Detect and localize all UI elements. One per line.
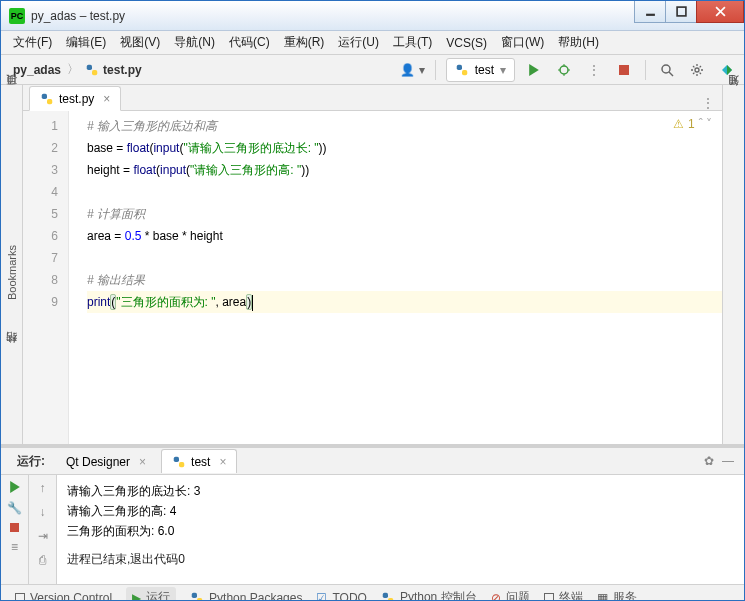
menu-window[interactable]: 窗口(W)	[501, 34, 544, 51]
menu-nav[interactable]: 导航(N)	[174, 34, 215, 51]
bookmarks-tool-button[interactable]: Bookmarks	[6, 239, 18, 306]
breadcrumb-sep: 〉	[67, 61, 79, 78]
python-file-icon	[40, 92, 54, 106]
minimize-button[interactable]	[634, 1, 666, 23]
close-icon[interactable]: ×	[219, 455, 226, 469]
svg-point-9	[560, 66, 568, 74]
layout-button[interactable]: ≡	[11, 540, 18, 554]
run-label: 运行:	[11, 453, 51, 470]
python-file-icon	[85, 63, 99, 77]
app-icon: PC	[9, 8, 25, 24]
svg-rect-1	[677, 7, 686, 16]
svg-point-14	[662, 65, 670, 73]
vc-tab[interactable]: Version Control	[15, 591, 112, 602]
python-icon	[190, 591, 204, 602]
menu-vcs[interactable]: VCS(S)	[446, 36, 487, 50]
services-tab[interactable]: ▦服务	[597, 589, 637, 601]
menu-edit[interactable]: 编辑(E)	[66, 34, 106, 51]
pyconsole-tab[interactable]: Python 控制台	[381, 589, 477, 601]
stop-button[interactable]	[10, 523, 19, 532]
debug-button[interactable]	[553, 59, 575, 81]
services-icon: ▦	[597, 591, 608, 602]
problems-tab[interactable]: ⊘问题	[491, 589, 530, 601]
svg-rect-26	[383, 592, 388, 597]
menu-code[interactable]: 代码(C)	[229, 34, 270, 51]
right-sidebar: 通知	[722, 85, 744, 444]
stop-button[interactable]	[613, 59, 635, 81]
run-button[interactable]	[523, 59, 545, 81]
line-gutter: 1▸23456789	[23, 111, 69, 444]
navigation-bar: py_adas 〉 test.py 👤 ▾ test ▾ ⋮	[1, 55, 744, 85]
menu-view[interactable]: 视图(V)	[120, 34, 160, 51]
user-dropdown[interactable]: 👤 ▾	[400, 63, 424, 77]
run-tab-qtdesigner[interactable]: Qt Designer×	[55, 449, 157, 473]
bottom-toolbar: Version Control ▶运行 Python Packages ☑TOD…	[1, 584, 744, 601]
window-title: py_adas – test.py	[31, 9, 635, 23]
svg-marker-18	[727, 65, 732, 75]
menu-tools[interactable]: 工具(T)	[393, 34, 432, 51]
breadcrumb-project[interactable]: py_adas	[13, 63, 61, 77]
close-button[interactable]	[696, 1, 744, 23]
terminal-tab[interactable]: 终端	[544, 589, 583, 601]
tab-options-icon[interactable]: ⋮	[694, 96, 722, 110]
terminal-icon	[544, 593, 554, 602]
console-output[interactable]: 请输入三角形的底边长: 3 请输入三角形的高: 4 三角形的面积为: 6.0 进…	[57, 475, 744, 584]
run-tool-window: 运行: Qt Designer× test× ✿ — 🔧 ≡ ↑ ↓ ⇥ ⎙ 请…	[1, 444, 744, 584]
search-icon[interactable]	[656, 59, 678, 81]
main-panel: 项目 Bookmarks 结构 test.py × ⋮ 1▸23456789 ⚠…	[1, 85, 744, 444]
python-icon	[172, 455, 186, 469]
maximize-button[interactable]	[665, 1, 697, 23]
menu-bar: 文件(F) 编辑(E) 视图(V) 导航(N) 代码(C) 重构(R) 运行(U…	[1, 31, 744, 55]
hide-icon[interactable]: —	[722, 454, 734, 468]
svg-line-15	[669, 72, 673, 76]
editor-tab-testpy[interactable]: test.py ×	[29, 86, 121, 111]
wrap-icon[interactable]: ⇥	[38, 529, 48, 543]
editor-tabs: test.py × ⋮	[23, 85, 722, 111]
pypackages-tab[interactable]: Python Packages	[190, 591, 302, 602]
left-sidebar: 项目 Bookmarks 结构	[1, 85, 23, 444]
up-icon[interactable]: ↑	[40, 481, 46, 495]
menu-help[interactable]: 帮助(H)	[558, 34, 599, 51]
rerun-button[interactable]	[9, 481, 21, 493]
run-config-selector[interactable]: test ▾	[446, 58, 515, 82]
svg-rect-25	[197, 598, 202, 602]
run-tab-test[interactable]: test×	[161, 449, 237, 473]
exit-line: 进程已结束,退出代码0	[67, 549, 734, 569]
close-tab-icon[interactable]: ×	[103, 92, 110, 106]
console-line: 请输入三角形的高: 4	[67, 501, 734, 521]
menu-run[interactable]: 运行(U)	[338, 34, 379, 51]
svg-rect-21	[174, 456, 179, 461]
problems-icon: ⊘	[491, 591, 501, 602]
settings-icon[interactable]	[686, 59, 708, 81]
inspection-badge[interactable]: ⚠1 ˆ ˅	[673, 117, 712, 131]
code-editor[interactable]: 1▸23456789 ⚠1 ˆ ˅ # 输入三角形的底边和高 base = fl…	[23, 111, 722, 444]
svg-point-16	[695, 68, 699, 72]
svg-rect-19	[42, 93, 47, 98]
run-tab-button[interactable]: ▶运行	[126, 587, 176, 601]
todo-icon: ☑	[316, 591, 327, 602]
svg-rect-7	[462, 70, 467, 75]
breadcrumb-file[interactable]: test.py	[85, 63, 142, 77]
todo-tab[interactable]: ☑TODO	[316, 591, 366, 602]
plugin-icon[interactable]	[716, 59, 738, 81]
svg-marker-8	[529, 64, 539, 76]
down-icon[interactable]: ↓	[40, 505, 46, 519]
window-titlebar: PC py_adas – test.py	[1, 1, 744, 31]
more-run-button[interactable]: ⋮	[583, 59, 605, 81]
project-tool-button[interactable]: 项目	[4, 87, 19, 99]
svg-rect-22	[179, 462, 184, 467]
settings-icon[interactable]: ✿	[704, 454, 714, 468]
svg-rect-24	[192, 592, 197, 597]
text-caret	[252, 295, 253, 311]
svg-rect-4	[87, 64, 92, 69]
vcs-icon	[15, 593, 25, 602]
menu-refactor[interactable]: 重构(R)	[284, 34, 325, 51]
tools-button[interactable]: 🔧	[7, 501, 22, 515]
structure-tool-button[interactable]: 结构	[4, 346, 19, 358]
print-icon[interactable]: ⎙	[39, 553, 46, 567]
svg-rect-6	[456, 64, 461, 69]
menu-file[interactable]: 文件(F)	[13, 34, 52, 51]
close-icon[interactable]: ×	[139, 455, 146, 469]
svg-rect-5	[92, 70, 97, 75]
notifications-tool-button[interactable]: 通知	[726, 89, 741, 101]
